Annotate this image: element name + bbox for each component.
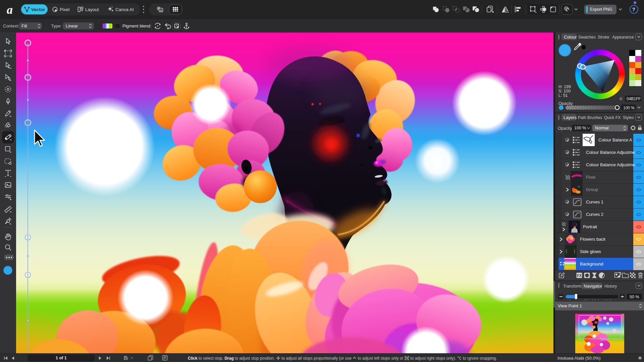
svg-text:A: A xyxy=(160,9,162,12)
svg-text:FX: FX xyxy=(577,274,582,278)
